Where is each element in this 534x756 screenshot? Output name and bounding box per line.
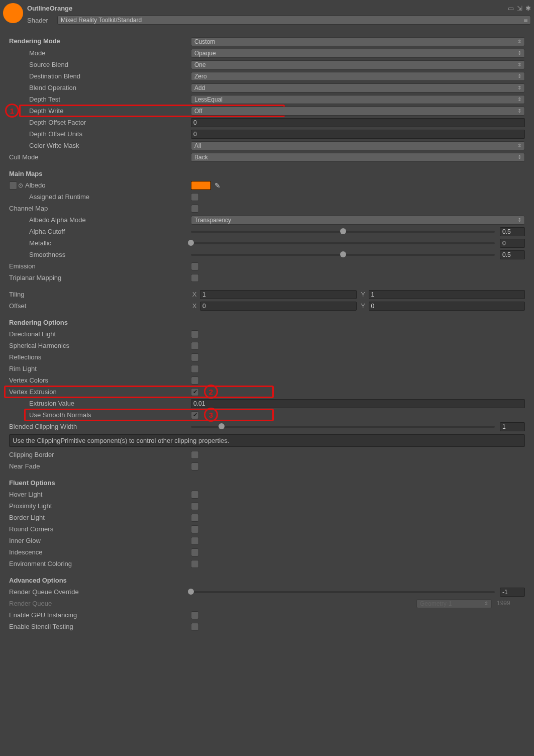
stencil-testing-label: Enable Stencil Testing [9,623,191,630]
gear-icon[interactable]: ✱ [525,5,531,12]
section-rendering-options: Rendering Options [9,319,525,326]
clipping-note: Use the ClippingPrimitive component(s) t… [9,434,525,447]
environment-coloring-checkbox[interactable] [191,560,199,568]
color-picker-icon[interactable]: ✎ [214,182,221,189]
border-light-checkbox[interactable] [191,514,199,522]
tiling-x-input[interactable] [200,290,357,299]
smoothness-label: Smoothness [9,251,191,258]
alpha-cutoff-label: Alpha Cutoff [9,228,191,235]
directional-light-checkbox[interactable] [191,330,199,338]
section-fluent-options: Fluent Options [9,479,525,487]
tiling-y-input[interactable] [369,290,525,299]
inner-glow-label: Inner Glow [9,537,191,544]
metallic-label: Metallic [9,239,191,247]
spherical-harmonics-label: Spherical Harmonics [9,342,191,349]
assigned-runtime-checkbox[interactable] [191,193,199,201]
blended-clipping-value[interactable]: 1 [500,422,525,431]
render-queue-value: 1999 [495,599,525,608]
channel-map-label: Channel Map [9,205,191,212]
color-write-mask-dd[interactable]: All [191,141,525,150]
use-smooth-normals-checkbox[interactable] [191,411,199,419]
mode-dd[interactable]: Opaque [191,49,525,58]
render-queue-label: Render Queue [9,600,191,607]
albedo-texture-slot[interactable] [9,181,17,190]
source-blend-dd[interactable]: One [191,60,525,69]
vertex-colors-label: Vertex Colors [9,376,191,384]
stencil-testing-checkbox[interactable] [191,623,199,631]
alpha-cutoff-slider[interactable] [191,231,495,233]
alpha-cutoff-value[interactable]: 0.5 [500,227,525,236]
depth-offset-factor-input[interactable] [191,118,525,127]
round-corners-checkbox[interactable] [191,525,199,533]
assigned-runtime-label: Assigned at Runtime [9,193,191,201]
hover-light-checkbox[interactable] [191,491,199,499]
shader-dropdown[interactable]: Mixed Reality Toolkit/Standard [57,16,531,25]
albedo-color-swatch[interactable] [191,181,211,190]
depth-test-dd[interactable]: LessEqual [191,95,525,104]
blend-operation-label: Blend Operation [9,84,191,91]
shader-label: Shader [27,17,57,24]
clipping-border-label: Clipping Border [9,451,191,458]
vertex-extrusion-label: Vertex Extrusion [9,388,191,396]
proximity-light-label: Proximity Light [9,502,191,510]
destination-blend-dd[interactable]: Zero [191,72,525,81]
smoothness-value[interactable]: 0.5 [500,250,525,259]
cull-mode-dd[interactable]: Back [191,153,525,162]
depth-write-dd[interactable]: Off [191,107,525,116]
material-header: OutlineOrange ▭ ⇲ ✱ Shader Mixed Reality… [0,0,534,26]
vertex-extrusion-checkbox[interactable] [191,388,199,396]
iridescence-checkbox[interactable] [191,548,199,556]
material-title: OutlineOrange [27,5,72,12]
blended-clipping-width-label: Blended Clipping Width [9,423,191,430]
destination-blend-label: Destination Blend [9,72,191,80]
smoothness-slider[interactable] [191,254,495,256]
y-label: Y [360,291,367,298]
gpu-instancing-label: Enable GPU Instancing [9,611,191,619]
use-smooth-normals-label: Use Smooth Normals [9,411,191,419]
cull-mode-label: Cull Mode [9,153,191,161]
albedo-alpha-mode-dd[interactable]: Transparency [191,216,525,225]
inner-glow-checkbox[interactable] [191,537,199,545]
emission-checkbox[interactable] [191,262,199,270]
gpu-instancing-checkbox[interactable] [191,611,199,619]
metallic-slider[interactable] [191,242,495,244]
rendering-mode-dd[interactable]: Custom [191,37,525,46]
border-light-label: Border Light [9,514,191,521]
channel-map-checkbox[interactable] [191,205,199,213]
blend-operation-dd[interactable]: Add [191,83,525,92]
rim-light-label: Rim Light [9,365,191,372]
spherical-harmonics-checkbox[interactable] [191,342,199,350]
depth-offset-units-label: Depth Offset Units [9,130,191,138]
depth-test-label: Depth Test [9,96,191,103]
clipping-border-checkbox[interactable] [191,451,199,459]
near-fade-checkbox[interactable] [191,462,199,470]
proximity-light-checkbox[interactable] [191,502,199,510]
render-queue-dd: Geometry-1 [416,599,492,608]
round-corners-label: Round Corners [9,525,191,533]
iridescence-label: Iridescence [9,548,191,556]
depth-offset-units-input[interactable] [191,130,525,139]
triplanar-checkbox[interactable] [191,274,199,282]
emission-label: Emission [9,262,191,270]
source-blend-label: Source Blend [9,61,191,68]
dropdown-icon[interactable]: ⇲ [517,5,522,12]
render-queue-override-value[interactable]: -1 [500,588,525,597]
color-write-mask-label: Color Write Mask [9,142,191,149]
vertex-colors-checkbox[interactable] [191,376,199,385]
blended-clipping-slider[interactable] [191,426,495,428]
offset-label: Offset [9,302,191,310]
render-queue-override-slider[interactable] [191,591,495,593]
section-advanced-options: Advanced Options [9,577,525,584]
albedo-target-icon[interactable]: ⊙ [18,182,23,189]
extrusion-value-input[interactable] [191,399,525,408]
offset-y-input[interactable] [369,302,525,311]
offset-x-input[interactable] [200,302,357,311]
reflections-checkbox[interactable] [191,353,199,361]
rim-light-checkbox[interactable] [191,365,199,373]
albedo-label: Albedo [25,181,45,189]
environment-coloring-label: Environment Coloring [9,560,191,568]
help-icon[interactable]: ▭ [508,5,514,12]
depth-offset-factor-label: Depth Offset Factor [9,119,191,126]
metallic-value[interactable]: 0 [500,239,525,248]
tiling-label: Tiling [9,291,191,298]
